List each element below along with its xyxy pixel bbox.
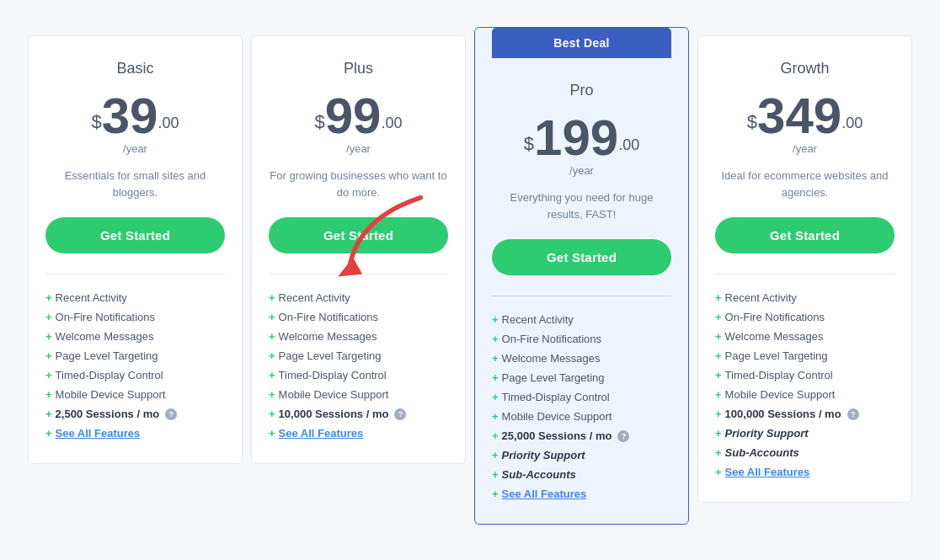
pricing-table: Basic $39.00 /year Essentials for small … [24,35,916,525]
plus-icon: + [269,388,275,401]
priority-support-item-pro: + Priority Support [492,445,671,465]
sessions-item-pro: + 25,000 Sessions / mo ? [492,426,671,445]
plus-icon: + [45,369,52,381]
feature-item: + Timed-Display Control [492,387,671,407]
help-icon-plus[interactable]: ? [394,408,406,420]
plus-icon: + [715,349,722,362]
features-list-pro: + Recent Activity+ On-Fire Notifications… [492,310,671,504]
feature-item: + Mobile Device Support [269,385,448,404]
feature-item: + Timed-Display Control [715,365,895,385]
feature-item: + Recent Activity [715,288,895,307]
see-all-features-basic[interactable]: + See All Features [45,424,225,443]
sessions-item-basic: + 2,500 Sessions / mo ? [45,404,225,424]
feature-item: + Mobile Device Support [715,385,895,404]
price-amount-basic: 39 [102,88,158,144]
help-icon-basic[interactable]: ? [165,408,177,420]
price-dollar-pro: $ [524,133,534,154]
plus-icon: + [492,429,499,442]
feature-item: + Page Level Targeting [45,346,225,365]
plus-icon: + [715,330,722,343]
price-amount-plus: 99 [325,88,382,144]
price-cents-growth: .00 [841,115,863,131]
plan-price-growth: $349.00 /year [715,91,895,154]
sub-accounts-item-growth: + Sub-Accounts [715,443,895,462]
plan-name-growth: Growth [715,60,895,77]
price-dollar-growth: $ [747,111,757,132]
get-started-button-basic[interactable]: Get Started [45,217,225,253]
feature-item: + Recent Activity [45,288,225,307]
plus-icon: + [492,410,499,423]
plus-icon: + [492,352,499,365]
price-amount-growth: 349 [757,88,841,144]
plus-icon: + [269,427,275,440]
plus-icon: + [492,449,499,461]
plan-card-basic: Basic $39.00 /year Essentials for small … [28,35,243,464]
features-list-plus: + Recent Activity+ On-Fire Notifications… [269,288,448,443]
get-started-button-growth[interactable]: Get Started [715,217,895,253]
divider-basic [45,274,225,275]
see-all-features-link-pro[interactable]: See All Features [502,488,587,500]
feature-item: + On-Fire Notifications [45,307,225,327]
plan-desc-basic: Essentials for small sites and bloggers. [45,168,225,200]
plus-icon: + [715,466,722,478]
plus-icon: + [715,369,722,381]
price-period-pro: /year [492,165,671,176]
price-period-plus: /year [269,143,448,154]
plus-icon: + [492,488,499,500]
plan-price-plus: $99.00 /year [269,91,448,154]
price-dollar-basic: $ [91,111,101,132]
plus-icon: + [715,311,722,323]
plan-desc-plus: For growing businesses who want to do mo… [269,168,448,200]
plus-icon: + [715,388,722,401]
get-started-button-pro[interactable]: Get Started [492,239,671,275]
feature-item: + Mobile Device Support [45,385,225,404]
plus-icon: + [269,291,275,304]
plus-icon: + [45,427,52,440]
plus-icon: + [269,311,275,323]
plus-icon: + [492,468,499,481]
feature-item: + Timed-Display Control [269,365,448,385]
plus-icon: + [715,427,722,440]
help-icon-pro[interactable]: ? [617,430,629,442]
feature-item: + Welcome Messages [45,327,225,346]
plus-icon: + [45,408,52,420]
plan-name-basic: Basic [45,60,225,77]
plus-icon: + [492,371,499,384]
price-dollar-plus: $ [314,111,324,132]
feature-item: + Timed-Display Control [45,365,225,385]
divider-pro [492,296,671,296]
see-all-features-plus[interactable]: + See All Features [269,424,448,443]
plan-name-pro: Pro [492,82,671,99]
plan-price-pro: $199.00 /year [492,113,671,176]
feature-item: + On-Fire Notifications [492,329,671,349]
plus-icon: + [45,291,52,304]
plus-icon: + [269,408,275,420]
price-cents-plus: .00 [381,115,402,131]
see-all-features-link-growth[interactable]: See All Features [725,466,810,478]
see-all-features-growth[interactable]: + See All Features [715,462,895,482]
sessions-item-growth: + 100,000 Sessions / mo ? [715,404,895,424]
plan-price-basic: $39.00 /year [45,91,225,154]
features-list-basic: + Recent Activity+ On-Fire Notifications… [45,288,225,443]
features-list-growth: + Recent Activity+ On-Fire Notifications… [715,288,895,482]
divider-growth [715,274,895,275]
feature-item: + Welcome Messages [715,327,895,346]
plus-icon: + [45,349,52,362]
get-started-button-plus[interactable]: Get Started [269,217,448,253]
see-all-features-link-basic[interactable]: See All Features [56,427,141,440]
plan-desc-growth: Ideal for ecommerce websites and agencie… [715,168,895,200]
feature-item: + On-Fire Notifications [269,307,448,327]
help-icon-growth[interactable]: ? [847,408,859,420]
plus-icon: + [715,446,722,459]
feature-item: + Recent Activity [492,310,671,329]
plus-icon: + [492,333,499,345]
price-period-basic: /year [45,143,225,154]
plus-icon: + [269,330,275,343]
see-all-features-link-plus[interactable]: See All Features [279,427,364,440]
divider-plus [269,274,448,275]
plan-desc-pro: Everything you need for huge results, FA… [492,189,671,222]
see-all-features-pro[interactable]: + See All Features [492,484,671,504]
feature-item: + Page Level Targeting [492,368,671,387]
sessions-item-plus: + 10,000 Sessions / mo ? [269,404,448,424]
feature-item: + Page Level Targeting [269,346,448,365]
